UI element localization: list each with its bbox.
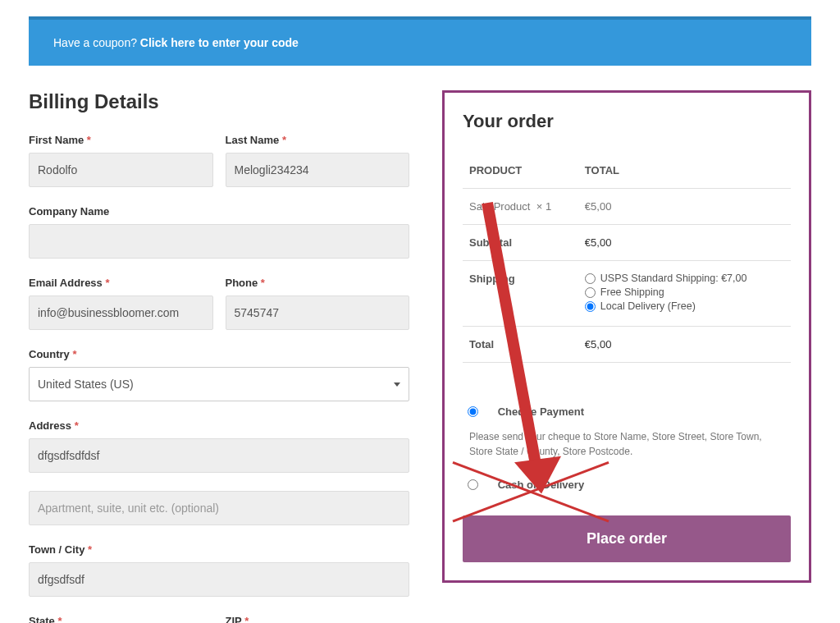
table-row: Shipping USPS Standard Shipping: €7,00 F… xyxy=(463,261,791,327)
last-name-label: Last Name * xyxy=(226,134,410,146)
billing-details: Billing Details First Name * Last Name *… xyxy=(29,90,409,623)
city-input[interactable] xyxy=(29,562,409,597)
last-name-input[interactable] xyxy=(226,153,410,187)
payment-cod: Cash on Delivery xyxy=(463,469,791,501)
shipping-label: Shipping xyxy=(463,261,578,327)
order-heading: Your order xyxy=(463,111,791,132)
total-label: Total xyxy=(463,327,578,363)
state-label: State * xyxy=(29,615,213,623)
subtotal-value: €5,00 xyxy=(578,225,791,261)
email-field[interactable] xyxy=(29,295,213,330)
payment-cod-radio[interactable]: Cash on Delivery xyxy=(468,479,786,491)
coupon-prompt: Have a coupon? xyxy=(53,36,140,49)
address1-input[interactable] xyxy=(29,438,409,473)
city-label: Town / City * xyxy=(29,543,409,556)
email-label: Email Address * xyxy=(29,277,213,289)
coupon-notice: Have a coupon? Click here to enter your … xyxy=(29,16,811,66)
col-product: PRODUCT xyxy=(463,153,578,189)
order-summary: Your order PRODUCT TOTAL Sale Product × … xyxy=(442,90,811,583)
table-row: Total €5,00 xyxy=(463,327,791,363)
first-name-input[interactable] xyxy=(29,153,213,187)
zip-label: ZIP * xyxy=(226,615,410,623)
product-qty: × 1 xyxy=(536,200,551,213)
country-label: Country * xyxy=(29,348,409,360)
table-row: Subtotal €5,00 xyxy=(463,225,791,261)
shipping-option-free[interactable]: Free Shipping xyxy=(585,286,784,298)
shipping-option-local[interactable]: Local Delivery (Free) xyxy=(585,300,784,312)
phone-label: Phone * xyxy=(226,277,410,289)
address2-input[interactable] xyxy=(29,491,409,525)
chevron-down-icon xyxy=(394,383,400,387)
coupon-link[interactable]: Click here to enter your code xyxy=(140,36,299,49)
place-order-button[interactable]: Place order xyxy=(463,515,791,562)
table-row: Sale Product × 1 €5,00 xyxy=(463,189,791,225)
company-input[interactable] xyxy=(29,224,409,259)
product-total: €5,00 xyxy=(578,189,791,225)
payment-cheque: Cheque Payment Please send your cheque t… xyxy=(463,396,791,469)
company-label: Company Name xyxy=(29,205,409,218)
country-value: United States (US) xyxy=(38,378,134,391)
address-label: Address * xyxy=(29,419,409,432)
col-total: TOTAL xyxy=(578,153,791,189)
country-select[interactable]: United States (US) xyxy=(29,367,409,401)
payment-cheque-desc: Please send your cheque to Store Name, S… xyxy=(468,429,786,459)
subtotal-label: Subtotal xyxy=(463,225,578,261)
billing-heading: Billing Details xyxy=(29,90,409,113)
first-name-label: First Name * xyxy=(29,134,213,146)
product-name: Sale Product xyxy=(469,200,530,213)
total-value: €5,00 xyxy=(578,327,791,363)
shipping-option-usps[interactable]: USPS Standard Shipping: €7,00 xyxy=(585,273,784,284)
payment-cheque-radio[interactable]: Cheque Payment xyxy=(468,405,786,418)
phone-input[interactable] xyxy=(226,295,410,330)
